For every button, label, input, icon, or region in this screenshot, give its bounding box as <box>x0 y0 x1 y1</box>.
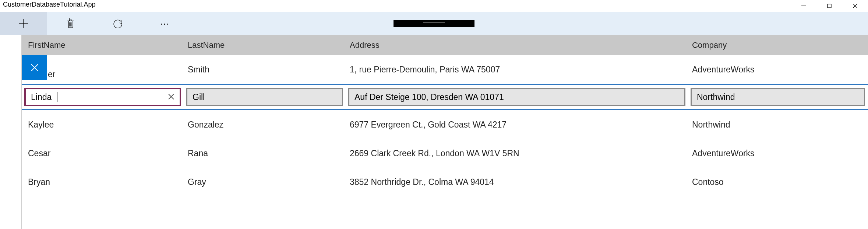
header-firstname[interactable]: FirstName <box>22 40 184 50</box>
cell-firstname: Kaylee <box>22 120 184 130</box>
header-address[interactable]: Address <box>346 40 688 50</box>
table-row[interactable]: Kaylee Gonzalez 6977 Evergreen Ct., Gold… <box>22 110 868 139</box>
close-icon <box>168 93 174 100</box>
lastname-input[interactable] <box>193 92 337 102</box>
cell-lastname: Gonzalez <box>184 120 346 130</box>
cell-firstname-obscured: er <box>48 69 55 79</box>
firstname-input[interactable] <box>31 92 57 102</box>
left-gutter <box>0 35 22 229</box>
refresh-button[interactable] <box>94 12 141 35</box>
more-button[interactable]: ··· <box>141 12 188 35</box>
command-bar: ··· <box>0 12 868 35</box>
table-row[interactable]: er Smith 1, rue Pierre-Demoulin, Paris W… <box>22 55 868 84</box>
cell-firstname: Bryan <box>22 177 184 187</box>
cancel-edit-button[interactable] <box>22 55 47 80</box>
delete-button[interactable] <box>47 12 94 35</box>
address-input[interactable] <box>354 92 679 102</box>
cell-address: 2669 Clark Creek Rd., London WA W1V 5RN <box>346 149 688 158</box>
minimize-button[interactable] <box>791 0 816 12</box>
table-row[interactable]: Cesar Rana 2669 Clark Creek Rd., London … <box>22 139 868 168</box>
customer-grid: FirstName LastName Address Company er Sm… <box>22 35 868 229</box>
cell-company: AdventureWorks <box>688 149 868 158</box>
header-lastname[interactable]: LastName <box>184 40 346 50</box>
table-row[interactable]: Bryan Gray 3852 Northridge Dr., Colma WA… <box>22 168 868 196</box>
window-title: CustomerDatabaseTutorial.App <box>0 0 98 9</box>
cell-company: AdventureWorks <box>688 65 868 75</box>
edit-cell-firstname <box>22 85 184 109</box>
clear-input-button[interactable] <box>168 92 174 102</box>
edit-cell-lastname <box>184 85 346 109</box>
edit-cell-address <box>346 85 688 109</box>
cell-lastname: Rana <box>184 149 346 158</box>
cell-lastname: Gray <box>184 177 346 187</box>
text-caret <box>57 92 57 102</box>
svg-rect-1 <box>828 4 831 8</box>
cell-firstname: Cesar <box>22 149 184 158</box>
grid-header-row: FirstName LastName Address Company <box>22 35 868 55</box>
cell-address: 6977 Evergreen Ct., Gold Coast WA 4217 <box>346 120 688 130</box>
edit-row <box>22 84 868 110</box>
close-icon <box>30 63 39 72</box>
cell-address: 3852 Northridge Dr., Colma WA 94014 <box>346 177 688 187</box>
drag-handle[interactable] <box>394 20 474 27</box>
cell-address: 1, rue Pierre-Demoulin, Paris WA 75007 <box>346 65 688 75</box>
cell-lastname: Smith <box>184 65 346 75</box>
header-company[interactable]: Company <box>688 40 868 50</box>
cell-company: Northwind <box>688 120 868 130</box>
maximize-button[interactable] <box>816 0 842 12</box>
trash-icon <box>65 18 76 29</box>
refresh-icon <box>112 18 123 29</box>
plus-icon <box>18 18 29 29</box>
cell-company: Contoso <box>688 177 868 187</box>
titlebar: CustomerDatabaseTutorial.App <box>0 0 868 12</box>
close-button[interactable] <box>842 0 868 12</box>
edit-cell-company <box>688 85 868 109</box>
window-controls <box>791 0 868 12</box>
company-input[interactable] <box>697 92 859 102</box>
add-button[interactable] <box>0 12 47 35</box>
